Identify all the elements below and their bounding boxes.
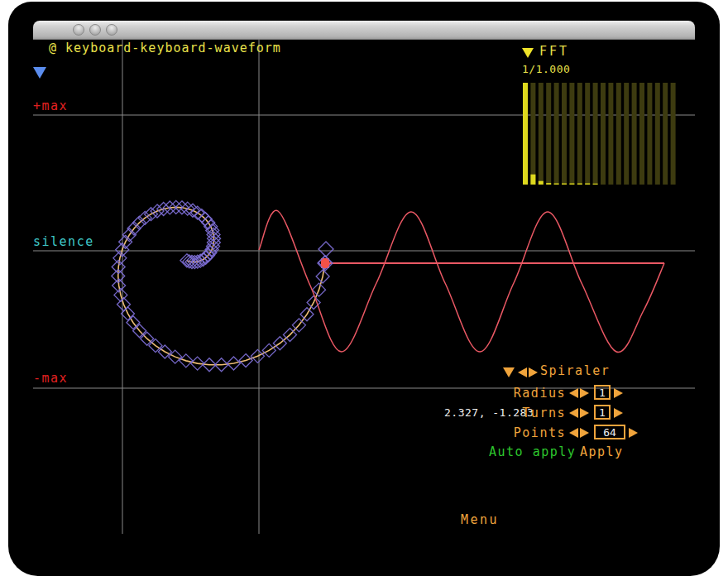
spiral-curve (112, 200, 332, 371)
radius-step-button[interactable] (614, 388, 623, 398)
fft-title: FFT (539, 46, 569, 58)
spiraler-panel-title: Spiraler (540, 365, 610, 377)
turns-step-button[interactable] (614, 408, 623, 418)
turns-label: Turns (522, 406, 566, 420)
axis-label-minus-max: -max (33, 372, 68, 385)
radius-decrement-button[interactable] (569, 388, 578, 398)
screenshot-stage: @ keyboard-keyboard-waveform +max silenc… (0, 0, 728, 581)
menu-button[interactable]: Menu (461, 514, 499, 526)
panel-collapse-icon[interactable] (33, 67, 46, 79)
fft-collapse-icon[interactable] (522, 48, 534, 58)
turns-decrement-button[interactable] (569, 408, 578, 418)
apply-button[interactable]: Apply (580, 446, 624, 459)
fft-scale-readout: 1/1.000 (522, 64, 570, 74)
points-value-field[interactable]: 64 (594, 425, 625, 439)
turns-increment-button[interactable] (580, 408, 589, 418)
waveform-trace (259, 210, 664, 352)
points-increment-button[interactable] (580, 428, 589, 438)
axis-label-plus-max: +max (33, 100, 68, 113)
radius-value-field[interactable]: 1 (594, 385, 611, 400)
points-decrement-button[interactable] (569, 428, 578, 438)
radius-increment-button[interactable] (580, 388, 589, 398)
points-label: Points (514, 425, 566, 440)
document-title: @ keyboard-keyboard-waveform (49, 42, 281, 55)
auto-apply-button[interactable]: Auto apply (489, 446, 576, 459)
fft-bars (523, 83, 676, 185)
points-step-button[interactable] (629, 428, 638, 438)
radius-label: Radius (514, 386, 566, 401)
spiraler-prev-tool-icon[interactable] (518, 367, 527, 377)
waveform-canvas[interactable] (0, 0, 728, 581)
axis-label-silence: silence (33, 236, 94, 248)
turns-value-field[interactable]: 1 (594, 405, 611, 420)
cursor-coordinates-readout: 2.327, -1.283 (444, 407, 534, 418)
spiraler-collapse-icon[interactable] (503, 367, 515, 377)
spiraler-next-tool-icon[interactable] (529, 367, 538, 377)
current-point-marker[interactable] (318, 242, 333, 271)
